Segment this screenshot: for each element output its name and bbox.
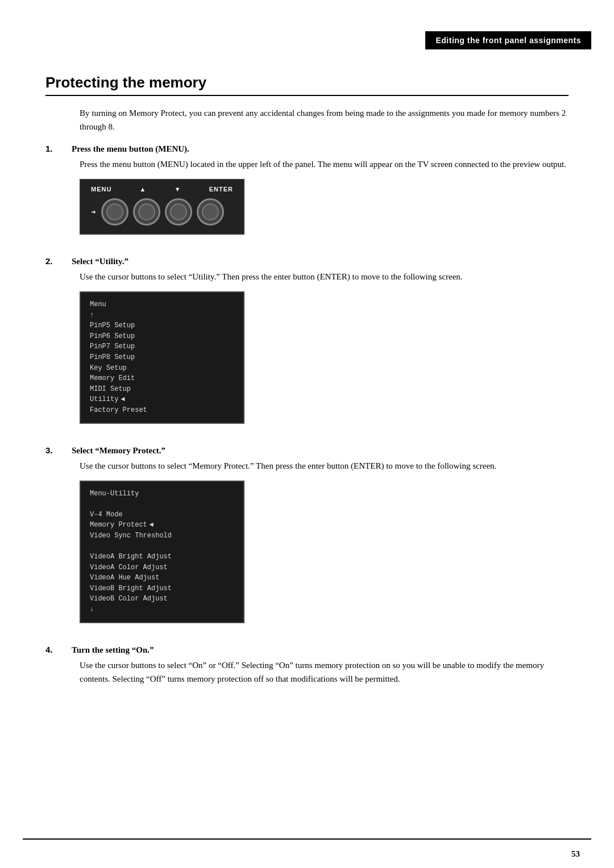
screen2-diagram: Menu-Utility V-4 Mode Memory Protect ◄ V… — [80, 481, 244, 623]
menu-panel-header: MENU ▲ ▼ ENTER — [91, 186, 233, 193]
button-inner-2 — [138, 203, 155, 220]
arrow-indicator-icon: ➜ — [91, 207, 96, 217]
step-4-number: 4. Turn the setting “On.” — [45, 645, 569, 655]
screen1-line-pinp5: PinP5 Setup — [90, 320, 234, 331]
button-inner-1 — [106, 203, 123, 220]
step-4-label: Turn the setting “On.” — [72, 645, 154, 655]
step-4-desc: Use the cursor buttons to select “On” or… — [80, 658, 569, 686]
button-inner-4 — [202, 203, 219, 220]
step-3-label: Select “Memory Protect.” — [72, 446, 165, 456]
screen1-cursor-icon: ◄ — [121, 394, 125, 405]
screen1-line-memory: Memory Edit — [90, 373, 234, 384]
screen1-line-up: ↑ — [90, 310, 234, 321]
step-4-num-label: 4. — [45, 645, 68, 654]
screen2-cursor-icon: ◄ — [150, 520, 154, 531]
step-2-label: Select “Utility.” — [72, 257, 128, 266]
screen1-line-pinp7: PinP7 Setup — [90, 341, 234, 352]
step-2-num-label: 2. — [45, 256, 68, 266]
screen2-line-down: ↓ — [90, 604, 234, 615]
screen2-line-blank1 — [90, 499, 234, 510]
step-2: 2. Select “Utility.” Use the cursor butt… — [45, 256, 569, 434]
enter-label: ENTER — [209, 186, 233, 193]
screen2-line-videoa-bright: VideoA Bright Adjust — [90, 552, 234, 562]
screen1-line-key: Key Setup — [90, 363, 234, 374]
panel-diagram: MENU ▲ ▼ ENTER ➜ — [80, 179, 244, 235]
panel-button-1 — [101, 198, 128, 226]
screen2-line-videob-color: VideoB Color Adjust — [90, 594, 234, 604]
step-3: 3. Select “Memory Protect.” Use the curs… — [45, 445, 569, 633]
screen1-utility-text: Utility — [90, 394, 118, 405]
screen1-line-pinp6: PinP6 Setup — [90, 331, 234, 342]
header-bar: Editing the front panel assignments — [425, 31, 591, 49]
screen1-line-factory: Factory Preset — [90, 405, 234, 416]
step-1: 1. Press the menu button (MENU). Press t… — [45, 144, 569, 245]
up-arrow-label: ▲ — [140, 186, 147, 193]
screen2-box: Menu-Utility V-4 Mode Memory Protect ◄ V… — [80, 481, 244, 623]
step-3-number: 3. Select “Memory Protect.” — [45, 445, 569, 456]
panel-button-2 — [133, 198, 160, 226]
screen2-memprotect-text: Memory Protect — [90, 520, 147, 531]
screen1-line-midi: MIDI Setup — [90, 384, 234, 395]
step-1-label: Press the menu button (MENU). — [72, 144, 189, 154]
panel-buttons-row: ➜ — [91, 198, 233, 226]
screen2-line-title: Menu-Utility — [90, 489, 234, 499]
step-2-desc: Use the cursor buttons to select “Utilit… — [80, 270, 569, 283]
screen2-line-videosync: Video Sync Threshold — [90, 531, 234, 541]
screen1-line-menu: Menu — [90, 299, 234, 310]
screen1-diagram: Menu ↑ PinP5 Setup PinP6 Setup PinP7 Set… — [80, 291, 244, 424]
screen1-line-utility: Utility ◄ — [90, 394, 234, 405]
screen2-line-v4: V-4 Mode — [90, 510, 234, 520]
step-1-desc: Press the menu button (MENU) located in … — [80, 157, 569, 171]
panel-button-3 — [165, 198, 192, 226]
footer-line — [23, 838, 591, 840]
screen1-line-pinp8: PinP8 Setup — [90, 352, 234, 363]
header-title: Editing the front panel assignments — [435, 36, 581, 45]
screen2-line-videob-bright: VideoB Bright Adjust — [90, 583, 234, 594]
step-4: 4. Turn the setting “On.” Use the cursor… — [45, 645, 569, 686]
page-container: Editing the front panel assignments Prot… — [0, 0, 614, 868]
main-content: Protecting the memory By turning on Memo… — [0, 0, 614, 731]
screen2-line-memprotect: Memory Protect ◄ — [90, 520, 234, 531]
step-1-number: 1. Press the menu button (MENU). — [45, 144, 569, 154]
button-inner-3 — [170, 203, 187, 220]
page-number: 53 — [571, 849, 580, 859]
step-1-num-label: 1. — [45, 144, 68, 153]
screen2-line-blank2 — [90, 541, 234, 552]
menu-panel-box: MENU ▲ ▼ ENTER ➜ — [80, 179, 244, 235]
step-3-desc: Use the cursor buttons to select “Memory… — [80, 459, 569, 473]
section-title: Protecting the memory — [45, 74, 569, 96]
panel-button-4 — [197, 198, 224, 226]
down-arrow-label: ▼ — [175, 186, 181, 193]
screen1-box: Menu ↑ PinP5 Setup PinP6 Setup PinP7 Set… — [80, 291, 244, 424]
step-3-num-label: 3. — [45, 445, 68, 455]
intro-text: By turning on Memory Protect, you can pr… — [80, 106, 569, 133]
step-2-number: 2. Select “Utility.” — [45, 256, 569, 266]
screen2-line-videoa-hue: VideoA Hue Adjust — [90, 573, 234, 583]
menu-label: MENU — [91, 186, 111, 193]
screen2-line-videoa-color: VideoA Color Adjust — [90, 562, 234, 573]
